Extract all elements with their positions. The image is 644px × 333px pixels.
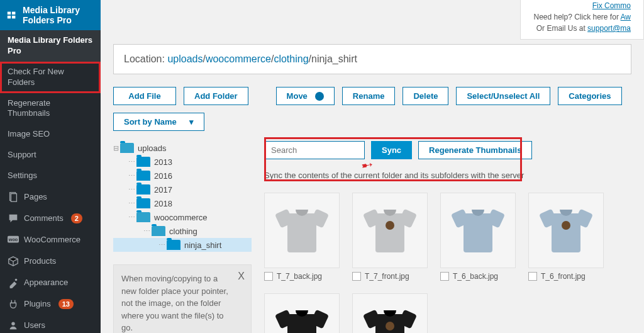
sidebar-item[interactable]: Image SEO bbox=[0, 124, 101, 145]
plugin-icon bbox=[6, 9, 18, 21]
delete-button[interactable]: Delete bbox=[402, 87, 448, 105]
thumbnail-filename: T_6_front.jpg bbox=[541, 272, 586, 281]
sidebar-item[interactable]: Support bbox=[0, 145, 101, 166]
woo-icon: woo bbox=[8, 234, 19, 246]
breadcrumb: Location: uploads/woocommerce/clothing/n… bbox=[113, 44, 631, 74]
thumbnail-checkbox[interactable] bbox=[440, 272, 449, 281]
search-input[interactable] bbox=[264, 141, 365, 159]
sync-button[interactable]: Sync bbox=[371, 141, 412, 159]
info-text-1: When moving/copying to a new folder plac… bbox=[121, 273, 232, 333]
sidebar-item[interactable]: Check For New Folders bbox=[0, 62, 101, 93]
plugin-header[interactable]: Media Library Folders Pro bbox=[0, 0, 101, 30]
thumbnail-filename: T_7_front.jpg bbox=[365, 272, 409, 281]
rename-button[interactable]: Rename bbox=[342, 87, 396, 105]
tree-node[interactable]: ⋯2016 bbox=[113, 169, 252, 183]
toolbar: Add File Add Folder Move Rename Delete S… bbox=[113, 87, 631, 131]
sync-description: Sync the contents of the current folder … bbox=[264, 171, 631, 180]
admin-sidebar: Media Library Folders Pro Media Library … bbox=[0, 0, 101, 333]
categories-button[interactable]: Categories bbox=[558, 87, 621, 105]
info-box: X When moving/copying to a new folder pl… bbox=[113, 264, 252, 333]
thumbnail-item[interactable]: T_6_back.jpg bbox=[440, 193, 516, 281]
thumbnail-grid: T_7_back.jpgT_7_front.jpgT_6_back.jpgT_6… bbox=[264, 193, 631, 333]
products-icon bbox=[8, 256, 19, 267]
location-current: ninja_shirt bbox=[311, 54, 357, 64]
tree-node[interactable]: ⋯2013 bbox=[113, 155, 252, 169]
grid-column: Sync Regenerate Thumbnails ➸ Sync the co… bbox=[264, 133, 631, 333]
svg-point-8 bbox=[15, 279, 18, 281]
breadcrumb-link[interactable]: clothing bbox=[274, 54, 308, 64]
secondary-toolbar: Sync Regenerate Thumbnails ➸ bbox=[264, 141, 631, 159]
plugin-header-label: Media Library Folders Pro bbox=[23, 5, 94, 25]
tree-node[interactable]: ⋯2018 bbox=[113, 196, 252, 210]
add-file-button[interactable]: Add File bbox=[113, 87, 176, 105]
svg-rect-5 bbox=[11, 194, 16, 202]
svg-rect-1 bbox=[12, 12, 15, 15]
sidebar-section-title[interactable]: Media Library Folders Pro bbox=[0, 30, 101, 62]
folder-icon bbox=[152, 226, 165, 236]
folder-icon bbox=[167, 240, 180, 250]
folder-icon bbox=[120, 143, 134, 153]
help-link-3[interactable]: support@ma bbox=[587, 24, 631, 33]
main-content: Fix Commo Need help? Click here for Aw O… bbox=[101, 0, 644, 333]
sidebar-item[interactable]: Regenerate Thumbnails bbox=[0, 93, 101, 125]
add-folder-button[interactable]: Add Folder bbox=[184, 87, 248, 105]
sort-button[interactable]: Sort by Name ▾ bbox=[113, 113, 204, 131]
sidebar-item-appearance[interactable]: Appearance bbox=[0, 272, 101, 293]
svg-text:woo: woo bbox=[8, 237, 18, 242]
appearance-icon bbox=[8, 277, 19, 288]
sidebar-item-comments[interactable]: Comments2 bbox=[0, 208, 101, 229]
help-link-1[interactable]: Fix Commo bbox=[592, 1, 631, 10]
svg-rect-2 bbox=[8, 16, 11, 19]
folder-icon bbox=[136, 198, 150, 208]
svg-point-9 bbox=[11, 322, 14, 325]
thumbnail-checkbox[interactable] bbox=[528, 272, 537, 281]
sidebar-item[interactable]: Settings bbox=[0, 166, 101, 186]
breadcrumb-link[interactable]: uploads bbox=[167, 54, 203, 64]
folder-icon bbox=[136, 184, 150, 195]
users-icon bbox=[8, 320, 19, 331]
tree-node[interactable]: ⋯2017 bbox=[113, 183, 252, 196]
thumbnail-checkbox[interactable] bbox=[264, 272, 273, 281]
thumbnail-image[interactable] bbox=[352, 293, 428, 333]
tree-node[interactable]: ⋯clothing bbox=[113, 224, 252, 238]
comments-icon bbox=[8, 213, 19, 224]
thumbnail-item[interactable]: T_7_back.jpg bbox=[264, 193, 340, 281]
thumbnail-checkbox[interactable] bbox=[352, 272, 361, 281]
folder-tree: ⊟uploads⋯2013⋯2016⋯2017⋯2018⋯woocommerce… bbox=[113, 141, 252, 252]
thumbnail-image[interactable] bbox=[528, 193, 604, 268]
thumbnail-item[interactable] bbox=[264, 293, 340, 333]
folder-tree-column: ⊟uploads⋯2013⋯2016⋯2017⋯2018⋯woocommerce… bbox=[113, 131, 252, 333]
count-badge: 2 bbox=[71, 213, 82, 223]
thumbnail-item[interactable]: T_6_front.jpg bbox=[528, 193, 604, 281]
sidebar-item-products[interactable]: Products bbox=[0, 251, 101, 272]
move-button[interactable]: Move bbox=[276, 87, 335, 105]
thumbnail-image[interactable] bbox=[264, 193, 340, 268]
help-block: Fix Commo Need help? Click here for Aw O… bbox=[520, 0, 644, 40]
thumbnail-item[interactable]: T_7_front.jpg bbox=[352, 193, 428, 281]
folder-icon bbox=[136, 171, 150, 181]
folder-icon bbox=[136, 157, 150, 167]
thumbnail-image[interactable] bbox=[264, 293, 340, 333]
pages-icon bbox=[8, 191, 19, 203]
sidebar-item-woocommerce[interactable]: wooWooCommerce bbox=[0, 229, 101, 251]
tree-node[interactable]: ⊟uploads bbox=[113, 141, 252, 155]
sidebar-item-users[interactable]: Users bbox=[0, 315, 101, 333]
svg-rect-3 bbox=[12, 16, 15, 19]
thumbnail-image[interactable] bbox=[440, 193, 516, 268]
tree-node[interactable]: ⋯ninja_shirt bbox=[113, 238, 252, 252]
plugins-icon bbox=[8, 298, 19, 310]
breadcrumb-link[interactable]: woocommerce bbox=[206, 54, 271, 64]
move-toggle-icon bbox=[315, 92, 324, 101]
help-link-2[interactable]: Aw bbox=[621, 13, 631, 21]
sidebar-item-plugins[interactable]: Plugins13 bbox=[0, 293, 101, 315]
location-label: Location: bbox=[124, 54, 167, 64]
svg-rect-0 bbox=[8, 12, 11, 15]
sidebar-item-pages[interactable]: Pages bbox=[0, 186, 101, 208]
select-all-button[interactable]: Select/Unselect All bbox=[456, 87, 550, 105]
close-icon[interactable]: X bbox=[238, 269, 245, 284]
thumbnail-image[interactable] bbox=[352, 193, 428, 268]
thumbnail-filename: T_6_back.jpg bbox=[453, 272, 498, 281]
tree-node[interactable]: ⋯woocommerce bbox=[113, 210, 252, 224]
thumbnail-item[interactable] bbox=[352, 293, 428, 333]
regenerate-thumbnails-button[interactable]: Regenerate Thumbnails bbox=[418, 141, 532, 159]
